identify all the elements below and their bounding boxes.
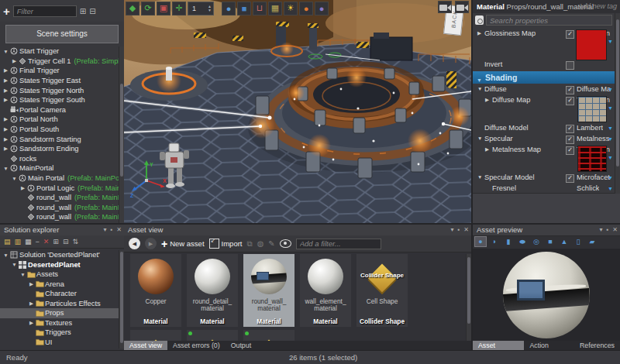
collapse-panel-icon[interactable]: ▾: [599, 225, 602, 235]
wireframe-preview-icon[interactable]: ●: [315, 2, 329, 15]
scene-settings-button[interactable]: Scene settings: [5, 25, 119, 43]
dropdown-arrow-icon[interactable]: ▼: [608, 87, 613, 92]
sort-icon[interactable]: ⇅: [72, 238, 78, 246]
view-options-eye-icon[interactable]: [280, 239, 291, 248]
collapse-panel-icon[interactable]: ▾: [450, 225, 453, 235]
solution-tree-item[interactable]: ▶Textures: [0, 318, 119, 328]
scene-tree-item[interactable]: round_wall(Prefab: MainPortal): [0, 203, 119, 213]
property-search-input[interactable]: [486, 15, 612, 26]
close-panel-icon[interactable]: ✕: [116, 225, 122, 235]
forward-button[interactable]: ▶: [145, 238, 157, 249]
pin-panel-icon[interactable]: ▪: [457, 225, 460, 235]
scene-tree-item[interactable]: ▶Portal North: [0, 115, 119, 125]
scene-tree-scrollbar[interactable]: [119, 46, 124, 223]
checkbox[interactable]: ✓: [566, 146, 574, 155]
preview-teapot-icon[interactable]: ◗: [488, 236, 501, 247]
solution-tree-item[interactable]: ▶Arena: [0, 280, 119, 290]
edit-asset-icon[interactable]: ✎: [268, 239, 274, 248]
render-mode-icon[interactable]: ▦: [268, 2, 282, 15]
delete-icon[interactable]: ✕: [43, 238, 50, 246]
solution-tree-scrollbar[interactable]: [119, 250, 124, 349]
preview-cone-icon[interactable]: ▲: [558, 236, 570, 247]
asset-filter-input[interactable]: [296, 239, 381, 249]
scene-tree-item[interactable]: round_wall(Prefab: MainPortal): [0, 212, 119, 222]
add-tag-input[interactable]: Add new tag: [574, 2, 617, 12]
teapot-icon[interactable]: ◍: [257, 239, 264, 248]
add-entity-button[interactable]: +: [3, 5, 10, 17]
scene-tree-item[interactable]: ▶States Trigger North: [0, 85, 119, 95]
checkbox[interactable]: [566, 61, 574, 70]
scene-tree-item[interactable]: ▶Trigger Cell 1(Prefab: Simple Trigg: [0, 57, 119, 67]
property-value[interactable]: Diffuse Map: [577, 85, 611, 93]
material-preview-icon[interactable]: ●: [299, 2, 313, 15]
checkbox[interactable]: ✓: [566, 97, 574, 105]
preview-capsule-icon[interactable]: ▯: [572, 236, 584, 247]
tree-expand-arrow[interactable]: ▶: [2, 88, 9, 94]
scene-tree-item[interactable]: ▶Portal South: [0, 125, 119, 135]
preview-torus-icon[interactable]: ◎: [530, 236, 542, 247]
dropdown-arrow-icon[interactable]: ▼: [608, 125, 613, 131]
solution-tree-item[interactable]: Props: [0, 308, 119, 318]
tree-expand-arrow[interactable]: ▼: [477, 136, 482, 141]
preview-cylinder-icon[interactable]: ▮: [502, 236, 515, 247]
tree-expand-arrow[interactable]: ▶: [485, 146, 489, 153]
property-grid-scrollbar[interactable]: [615, 13, 620, 194]
solution-tree-item[interactable]: Triggers: [0, 328, 119, 338]
tree-expand-arrow[interactable]: ▼: [19, 272, 26, 277]
property-value[interactable]: Lambert: [577, 124, 603, 132]
rotate-gizmo-icon[interactable]: ⟳: [141, 2, 155, 15]
magnet-icon[interactable]: ⊔: [253, 2, 267, 15]
collapse-all-icon[interactable]: ⊟: [63, 238, 69, 246]
tree-expand-arrow[interactable]: ▶: [2, 116, 9, 122]
tree-expand-arrow[interactable]: ▶: [28, 300, 35, 307]
tree-expand-arrow[interactable]: ▶: [28, 281, 35, 287]
tree-expand-arrow[interactable]: ▶: [2, 97, 9, 103]
solution-tree-item[interactable]: ▼Solution 'DesertedPlanet': [0, 250, 119, 260]
preview-plane-icon[interactable]: ▰: [586, 236, 598, 247]
tree-expand-arrow[interactable]: ▶: [477, 30, 481, 36]
property-row[interactable]: ▼Specular✓Metalness Map▼: [473, 133, 615, 144]
property-row[interactable]: Diffuse Model✓Lambert▼: [473, 122, 615, 133]
translate-gizmo-icon[interactable]: ◆: [126, 2, 140, 15]
scale-gizmo-icon[interactable]: ▣: [157, 2, 170, 15]
copy-asset-icon[interactable]: ⧉: [246, 239, 252, 249]
asset-preview-tab[interactable]: Action history: [524, 341, 574, 350]
solution-tree-item[interactable]: Character: [0, 289, 119, 299]
tree-expand-arrow[interactable]: ▶: [28, 320, 35, 326]
add-item-icon[interactable]: ▤: [4, 238, 11, 246]
asset-tile[interactable]: CopperMaterial: [130, 254, 181, 327]
property-row[interactable]: FresnelSchlick▼: [473, 183, 615, 194]
solution-tree-item[interactable]: ▼Assets: [0, 270, 119, 280]
scene-tree-item[interactable]: ▶Sandstorm Starting: [0, 134, 119, 144]
copy-icon[interactable]: ▦: [25, 238, 32, 246]
add-folder-icon[interactable]: ▥: [15, 238, 22, 246]
asset-view-tab[interactable]: Asset errors (0): [167, 341, 226, 350]
checkbox[interactable]: ✓: [566, 136, 574, 144]
scene-filter-input[interactable]: [13, 5, 77, 17]
asset-tile[interactable]: round_wall_ materialMaterial: [243, 254, 294, 327]
checkbox[interactable]: ✓: [566, 86, 574, 94]
tree-expand-arrow[interactable]: ▼: [2, 252, 9, 258]
tree-expand-arrow[interactable]: ▼: [2, 49, 9, 54]
property-row[interactable]: ▶Metalness Map✓Textures/n▼☛: [473, 144, 615, 172]
tree-expand-arrow[interactable]: ▶: [2, 126, 9, 132]
solution-tree-item[interactable]: UI: [0, 338, 119, 348]
preview-sphere-icon[interactable]: ●: [474, 236, 487, 247]
collapse-panel-icon[interactable]: ▾: [103, 225, 106, 235]
checkbox[interactable]: ✓: [566, 125, 574, 133]
tree-expand-arrow[interactable]: ▶: [2, 136, 9, 143]
new-asset-button[interactable]: + New asset: [161, 238, 205, 250]
scene-tree-item[interactable]: ▶Final Trigger: [0, 66, 119, 76]
dropdown-arrow-icon[interactable]: ▼: [608, 175, 613, 180]
scene-tree-item[interactable]: rocks: [0, 154, 119, 164]
property-row[interactable]: ▶Diffuse Map✓Textures/n▼☛: [473, 94, 615, 122]
property-row[interactable]: ▼Diffuse✓Diffuse Map▼: [473, 84, 615, 94]
property-value[interactable]: Schlick: [577, 184, 599, 192]
stepper-arrows-icon[interactable]: ▲▼: [208, 5, 213, 12]
scene-tree-item[interactable]: ▼Main Portal(Prefab: MainPortal): [0, 173, 119, 184]
back-button[interactable]: ◀: [129, 238, 140, 249]
scene-tree-item[interactable]: ▼MainPortal: [0, 163, 119, 173]
tree-expand-arrow[interactable]: ▶: [2, 77, 9, 84]
scene-tree-item[interactable]: ▶States Trigger South: [0, 95, 119, 105]
property-row[interactable]: ▼Specular Model✓Microfacet▼: [473, 172, 615, 183]
